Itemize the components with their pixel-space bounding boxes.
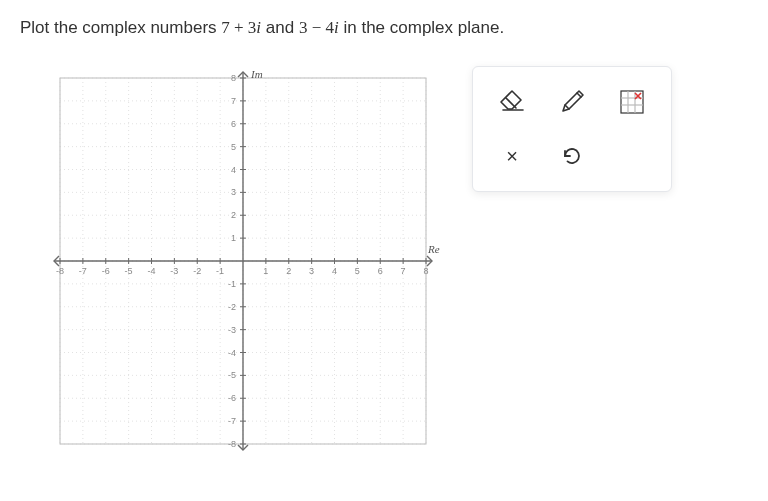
eraser-tool[interactable] <box>485 77 539 127</box>
x-tick-label: 8 <box>423 266 428 276</box>
complex-plane[interactable]: -8-7-6-5-4-3-2-112345678-8-7-6-5-4-3-2-1… <box>48 66 438 456</box>
y-tick-label: -7 <box>228 416 236 426</box>
draw-toolbar: × <box>472 66 672 192</box>
x-axis-label: Re <box>427 243 440 255</box>
y-tick-label: 2 <box>231 210 236 220</box>
y-tick-label: -8 <box>228 439 236 449</box>
undo-button[interactable] <box>545 131 599 181</box>
prompt-text-post: in the complex plane. <box>339 18 504 37</box>
prompt-text-mid: and <box>261 18 299 37</box>
x-tick-label: -4 <box>147 266 155 276</box>
x-tick-label: 1 <box>263 266 268 276</box>
y-tick-label: 5 <box>231 142 236 152</box>
expr-1: 7 + 3 <box>221 18 256 37</box>
x-tick-label: -3 <box>170 266 178 276</box>
eraser-icon <box>497 87 527 117</box>
y-tick-label: -3 <box>228 325 236 335</box>
y-tick-label: -2 <box>228 302 236 312</box>
x-tick-label: 5 <box>355 266 360 276</box>
complex-plane-svg[interactable]: -8-7-6-5-4-3-2-112345678-8-7-6-5-4-3-2-1… <box>48 66 438 456</box>
y-tick-label: 7 <box>231 96 236 106</box>
point-tool[interactable] <box>605 77 659 127</box>
x-tick-label: 6 <box>378 266 383 276</box>
y-tick-label: 4 <box>231 165 236 175</box>
y-tick-label: -6 <box>228 393 236 403</box>
prompt-text-pre: Plot the complex numbers <box>20 18 221 37</box>
y-tick-label: -4 <box>228 348 236 358</box>
y-axis-label: Im <box>250 68 263 80</box>
x-tick-label: 2 <box>286 266 291 276</box>
x-tick-label: -6 <box>102 266 110 276</box>
pencil-tool[interactable] <box>545 77 599 127</box>
undo-icon <box>560 144 584 168</box>
x-tick-label: 3 <box>309 266 314 276</box>
x-tick-label: 7 <box>401 266 406 276</box>
x-tick-label: -7 <box>79 266 87 276</box>
x-tick-label: -5 <box>125 266 133 276</box>
x-tick-label: -1 <box>216 266 224 276</box>
x-tick-label: -2 <box>193 266 201 276</box>
x-tick-label: -8 <box>56 266 64 276</box>
y-tick-label: -1 <box>228 279 236 289</box>
pencil-icon <box>557 87 587 117</box>
question-prompt: Plot the complex numbers 7 + 3i and 3 − … <box>20 18 748 38</box>
y-tick-label: 8 <box>231 73 236 83</box>
close-icon: × <box>506 146 518 166</box>
y-tick-label: -5 <box>228 370 236 380</box>
expr-2: 3 − 4 <box>299 18 334 37</box>
y-tick-label: 6 <box>231 119 236 129</box>
close-button[interactable]: × <box>485 131 539 181</box>
point-icon <box>617 87 647 117</box>
y-tick-label: 1 <box>231 233 236 243</box>
y-tick-label: 3 <box>231 187 236 197</box>
x-tick-label: 4 <box>332 266 337 276</box>
